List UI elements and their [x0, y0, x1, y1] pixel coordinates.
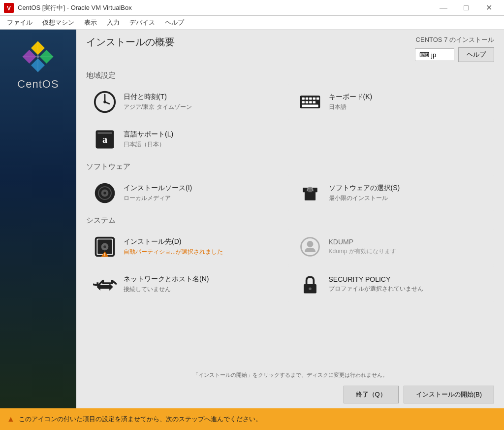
- svg-point-41: [307, 241, 313, 247]
- item-install-src[interactable]: インストールソース(I) ローカルメディア: [86, 175, 289, 211]
- window-controls: — □ ✕: [432, 0, 500, 16]
- datetime-name: 日付と時刻(T): [124, 93, 192, 101]
- svg-rect-22: [302, 105, 318, 107]
- svg-rect-26: [97, 132, 112, 134]
- security-desc: プロファイルが選択されていません: [329, 285, 423, 293]
- svg-rect-15: [305, 98, 308, 100]
- language-desc: 日本語（日本）: [124, 140, 173, 149]
- kdump-name: KDUMP: [329, 238, 396, 246]
- install-src-name: インストールソース(I): [124, 184, 192, 193]
- kdump-text: KDUMP Kdump が有効になります: [329, 238, 396, 256]
- centos-brand-label: CentOS: [17, 78, 59, 91]
- svg-rect-14: [302, 98, 305, 100]
- svg-rect-19: [305, 101, 308, 103]
- menu-help[interactable]: ヘルプ: [160, 16, 189, 29]
- software-icon: [297, 180, 323, 206]
- network-name: ネットワークとホスト名(N): [124, 275, 209, 284]
- menu-devices[interactable]: デバイス: [125, 16, 160, 29]
- item-keyboard[interactable]: キーボード(K) 日本語: [291, 84, 495, 120]
- svg-rect-18: [302, 101, 305, 103]
- language-text: 言語サポート(L) 日本語（日本）: [124, 130, 173, 149]
- system-grid: ! インストール先(D) 自動パーティショ...が選択されました: [86, 229, 494, 302]
- section-regional-title: 地域設定: [86, 71, 494, 80]
- quit-button[interactable]: 終了（Q）: [344, 386, 399, 403]
- security-name: SECURITY POLICY: [329, 275, 423, 283]
- datetime-desc: アジア/東京 タイムゾーン: [124, 103, 192, 111]
- menu-input[interactable]: 入力: [102, 16, 125, 29]
- software-sel-text: ソフトウェアの選択(S) 最小限のインストール: [329, 184, 400, 202]
- keyboard-text: キーボード(K) 日本語: [329, 93, 373, 111]
- content-area: インストールの概要 CENTOS 7 のインストール ⌨ jp ヘルプ 地域設定: [76, 30, 504, 408]
- security-text: SECURITY POLICY プロファイルが選択されていません: [329, 275, 423, 293]
- warning-bar: ▲ このアイコンの付いた項目の設定を済ませてから、次のステップへ進んでください。: [0, 408, 504, 430]
- keyboard-icon: ⌨: [419, 51, 429, 59]
- software-sel-desc: 最小限のインストール: [329, 194, 400, 202]
- jp-label: jp: [431, 51, 436, 59]
- menubar: ファイル 仮想マシン 表示 入力 デバイス ヘルプ: [0, 16, 504, 30]
- keyboard-desc: 日本語: [329, 103, 373, 111]
- install-src-icon: [92, 180, 118, 206]
- content-header: インストールの概要 CENTOS 7 のインストール ⌨ jp ヘルプ: [76, 30, 504, 66]
- menu-view[interactable]: 表示: [79, 16, 102, 29]
- datetime-text: 日付と時刻(T) アジア/東京 タイムゾーン: [124, 93, 192, 111]
- svg-text:V: V: [7, 5, 11, 12]
- help-button[interactable]: ヘルプ: [458, 47, 494, 62]
- bottom-area: 「インストールの開始」をクリックするまで、ディスクに変更は行われません。: [76, 369, 504, 381]
- disk-desc: 自動パーティショ...が選択されました: [124, 248, 223, 256]
- main-container: CentOS インストールの概要 CENTOS 7 のインストール ⌨ jp ヘ…: [0, 30, 504, 408]
- item-kdump[interactable]: KDUMP Kdump が有効になります: [291, 229, 495, 265]
- svg-text:!: !: [104, 252, 106, 257]
- maximize-button[interactable]: □: [455, 0, 477, 16]
- software-sel-name: ソフトウェアの選択(S): [329, 184, 400, 193]
- clock-icon: [92, 89, 118, 115]
- item-software-sel[interactable]: ソフトウェアの選択(S) 最小限のインストール: [291, 175, 495, 211]
- section-software-title: ソフトウェア: [86, 162, 494, 171]
- minimize-button[interactable]: —: [432, 0, 455, 16]
- window-title: CentOS [実行中] - Oracle VM VirtualBox: [18, 3, 132, 12]
- close-button[interactable]: ✕: [477, 0, 500, 16]
- install-src-desc: ローカルメディア: [124, 194, 192, 202]
- page-title: インストールの概要: [86, 35, 175, 49]
- install-src-text: インストールソース(I) ローカルメディア: [124, 184, 192, 202]
- bottom-bar: 終了（Q） インストールの開始(B): [76, 381, 504, 408]
- svg-rect-31: [304, 191, 315, 200]
- svg-text:a: a: [102, 134, 107, 145]
- sidebar: CentOS: [0, 30, 76, 408]
- menu-vm[interactable]: 仮想マシン: [37, 16, 79, 29]
- kdump-icon: [297, 234, 323, 260]
- disk-text: インストール先(D) 自動パーティショ...が選択されました: [124, 237, 223, 256]
- header-actions: ⌨ jp ヘルプ: [415, 47, 494, 62]
- svg-rect-21: [313, 101, 315, 103]
- menu-file[interactable]: ファイル: [2, 16, 37, 29]
- disk-icon: !: [92, 234, 118, 260]
- svg-rect-23: [316, 98, 319, 100]
- item-disk[interactable]: ! インストール先(D) 自動パーティショ...が選択されました: [86, 229, 289, 265]
- centos-logo-icon: [21, 39, 55, 74]
- disk-name: インストール先(D): [124, 237, 223, 246]
- header-right: CENTOS 7 のインストール ⌨ jp ヘルプ: [415, 35, 494, 62]
- svg-point-43: [309, 287, 312, 290]
- item-security[interactable]: SECURITY POLICY プロファイルが選択されていません: [291, 266, 495, 302]
- svg-rect-17: [313, 98, 315, 100]
- sections: 地域設定 日付と時刻(T) アジア/東京 タイムゾーン: [76, 66, 504, 369]
- svg-point-29: [103, 192, 106, 195]
- language-name: 言語サポート(L): [124, 130, 173, 139]
- begin-install-button[interactable]: インストールの開始(B): [404, 386, 494, 403]
- svg-rect-16: [309, 98, 312, 100]
- section-system-title: システム: [86, 216, 494, 225]
- sidebar-logo: CentOS: [17, 39, 59, 91]
- network-icon: [92, 271, 118, 297]
- regional-grid: 日付と時刻(T) アジア/東京 タイムゾーン: [86, 84, 494, 157]
- security-icon: [297, 271, 323, 297]
- item-network[interactable]: ネットワークとホスト名(N) 接続していません: [86, 266, 289, 302]
- warning-message: このアイコンの付いた項目の設定を済ませてから、次のステップへ進んでください。: [19, 415, 262, 424]
- item-datetime[interactable]: 日付と時刻(T) アジア/東京 タイムゾーン: [86, 84, 289, 120]
- bottom-note: 「インストールの開始」をクリックするまで、ディスクに変更は行われません。: [86, 371, 494, 381]
- keyboard-name: キーボード(K): [329, 93, 373, 101]
- svg-rect-20: [309, 101, 312, 103]
- titlebar-left: V CentOS [実行中] - Oracle VM VirtualBox: [4, 3, 132, 13]
- keyboard-icon-item: [297, 89, 323, 115]
- language-selector[interactable]: ⌨ jp: [415, 48, 454, 61]
- item-language[interactable]: a 言語サポート(L) 日本語（日本）: [86, 122, 289, 157]
- header-subtitle: CENTOS 7 のインストール: [416, 35, 494, 44]
